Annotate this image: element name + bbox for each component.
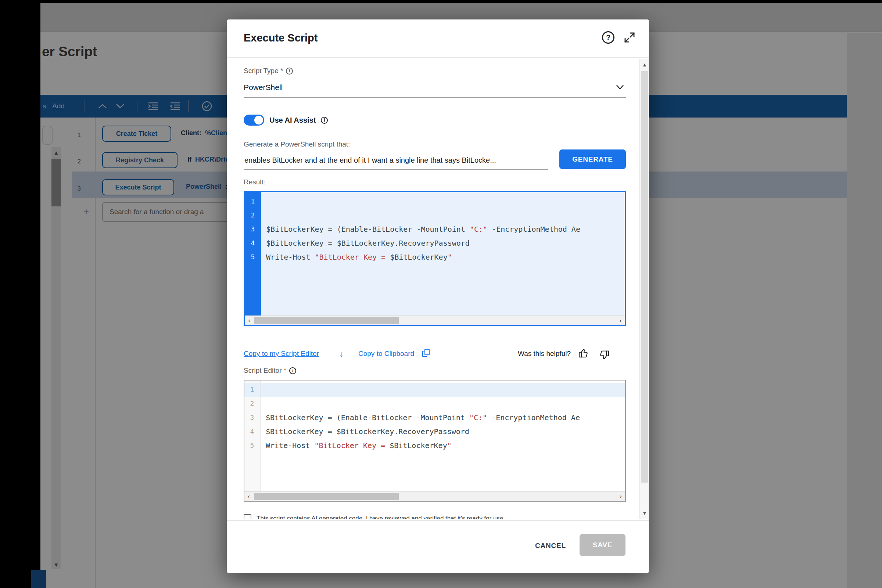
result-editor-code: $BitLockerKey = (Enable-BitLocker -Mount… bbox=[261, 192, 625, 315]
script-editor-label: Script Editor * i bbox=[243, 366, 296, 375]
line-number: 4 bbox=[245, 236, 261, 250]
line-number: 3 bbox=[245, 222, 261, 236]
ai-assist-label: Use AI Assist bbox=[269, 116, 316, 124]
line-number: 1 bbox=[245, 194, 261, 208]
code-line: Write-Host "BitLocker Key = $BitLockerKe… bbox=[266, 250, 625, 264]
code-line: $BitLockerKey = $BitLockerKey.RecoveryPa… bbox=[266, 236, 625, 250]
script-editor-main: 12345 $BitLockerKey = (Enable-BitLocker … bbox=[244, 381, 625, 491]
copy-to-editor-link[interactable]: Copy to my Script Editor bbox=[243, 350, 319, 358]
save-button[interactable]: SAVE bbox=[580, 534, 625, 556]
ai-ack-label: This script contains AI generated code. … bbox=[257, 514, 505, 519]
line-number: 2 bbox=[245, 208, 261, 222]
script-editor-label-text: Script Editor * bbox=[243, 366, 286, 375]
dialog-header: Execute Script ? bbox=[227, 20, 649, 58]
copy-to-clipboard-link[interactable]: Copy to Clipboard bbox=[358, 350, 414, 358]
result-label: Result: bbox=[243, 178, 265, 186]
ai-assist-row: Use AI Assist i bbox=[243, 114, 328, 126]
code-line: $BitLockerKey = $BitLockerKey.RecoveryPa… bbox=[266, 424, 625, 438]
scroll-down-icon[interactable]: ▼︎ bbox=[640, 508, 649, 518]
result-actions-row: Copy to my Script Editor ↓ Copy to Clipb… bbox=[243, 348, 626, 361]
info-icon[interactable]: i bbox=[286, 68, 293, 75]
code-line bbox=[266, 208, 625, 222]
code-line: $BitLockerKey = (Enable-BitLocker -Mount… bbox=[266, 411, 625, 424]
code-line: Write-Host "BitLocker Key = $BitLockerKe… bbox=[266, 438, 625, 453]
script-type-value: PowerShell bbox=[243, 83, 282, 92]
script-hscrollbar[interactable]: ‹ › bbox=[244, 491, 625, 501]
script-code-editor[interactable]: 12345 $BitLockerKey = (Enable-BitLocker … bbox=[243, 380, 626, 502]
vscrollbar-thumb[interactable] bbox=[641, 71, 648, 483]
code-line bbox=[261, 383, 625, 397]
line-number: 5 bbox=[244, 438, 260, 453]
thumbs-up-icon[interactable] bbox=[578, 348, 589, 358]
execute-script-dialog: Execute Script ? Script Type * i PowerSh… bbox=[227, 20, 649, 573]
ai-assist-toggle[interactable] bbox=[243, 115, 264, 126]
cancel-button[interactable]: CANCEL bbox=[533, 542, 568, 550]
generate-label-text: Generate a PowerShell script that: bbox=[243, 140, 350, 148]
generate-label: Generate a PowerShell script that: bbox=[243, 140, 350, 148]
download-arrow-icon: ↓ bbox=[339, 349, 344, 359]
toggle-knob bbox=[254, 116, 263, 124]
result-editor-gutter: 12345 bbox=[245, 192, 261, 315]
scroll-left-icon[interactable]: ‹ bbox=[244, 492, 253, 501]
hscrollbar-thumb[interactable] bbox=[254, 493, 399, 500]
dialog-footer: CANCEL SAVE bbox=[227, 520, 649, 573]
script-type-label-text: Script Type * bbox=[243, 67, 283, 75]
info-icon[interactable]: i bbox=[289, 367, 296, 374]
scroll-right-icon[interactable]: › bbox=[616, 492, 625, 501]
code-line bbox=[266, 194, 625, 208]
expand-icon[interactable] bbox=[623, 31, 636, 44]
line-number: 5 bbox=[245, 250, 261, 264]
copy-icon bbox=[422, 349, 431, 358]
code-line bbox=[266, 397, 625, 411]
line-number: 1 bbox=[244, 383, 260, 397]
script-type-select[interactable]: PowerShell bbox=[243, 80, 626, 98]
line-number: 4 bbox=[244, 424, 260, 438]
scroll-left-icon[interactable]: ‹ bbox=[245, 316, 254, 326]
line-number: 2 bbox=[244, 397, 260, 411]
info-icon[interactable]: i bbox=[321, 117, 328, 124]
script-type-label: Script Type * i bbox=[243, 67, 293, 75]
dialog-vscrollbar[interactable]: ▲︎ ▼︎ bbox=[639, 59, 649, 519]
thumbs-down-icon[interactable] bbox=[599, 350, 610, 361]
scroll-right-icon[interactable]: › bbox=[616, 316, 625, 326]
line-number: 3 bbox=[244, 411, 260, 424]
screen: er Script s: Add bbox=[0, 0, 882, 588]
script-editor-code: $BitLockerKey = (Enable-BitLocker -Mount… bbox=[261, 381, 625, 491]
dialog-title: Execute Script bbox=[243, 32, 317, 44]
result-editor-main: 12345 $BitLockerKey = (Enable-BitLocker … bbox=[245, 192, 625, 315]
script-editor-gutter: 12345 bbox=[244, 381, 261, 491]
chevron-down-icon bbox=[616, 84, 624, 90]
dialog-scroll-area: Script Type * i PowerShell Use AI Assist… bbox=[227, 59, 649, 519]
generate-button[interactable]: GENERATE bbox=[559, 150, 626, 169]
helpful-label: Was this helpful? bbox=[518, 350, 571, 358]
help-icon[interactable]: ? bbox=[602, 31, 615, 44]
code-line: $BitLockerKey = (Enable-BitLocker -Mount… bbox=[266, 222, 625, 236]
ai-ack-row: This script contains AI generated code. … bbox=[243, 514, 626, 519]
generate-prompt-input[interactable] bbox=[243, 152, 548, 170]
result-hscrollbar[interactable]: ‹ › bbox=[245, 315, 625, 325]
hscrollbar-thumb[interactable] bbox=[254, 317, 399, 324]
result-label-text: Result: bbox=[243, 178, 265, 186]
ai-ack-checkbox[interactable] bbox=[243, 514, 251, 519]
scroll-up-icon[interactable]: ▲︎ bbox=[640, 60, 649, 69]
result-code-editor[interactable]: 12345 $BitLockerKey = (Enable-BitLocker … bbox=[243, 191, 626, 326]
